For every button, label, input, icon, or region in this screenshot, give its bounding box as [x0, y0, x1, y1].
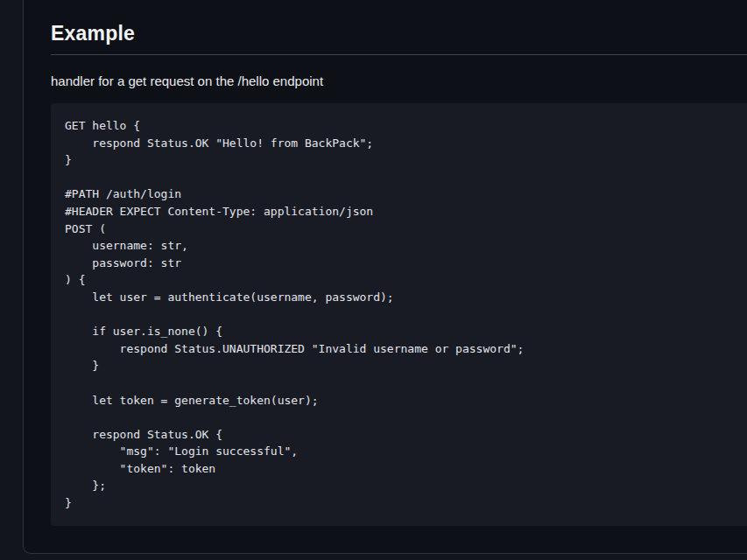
section-title: Example [51, 21, 747, 46]
content-panel: Example handler for a get request on the… [23, 0, 747, 554]
code-block: GET hello { respond Status.OK "Hello! fr… [51, 103, 747, 526]
code-content: GET hello { respond Status.OK "Hello! fr… [65, 117, 736, 512]
page-background: Example handler for a get request on the… [0, 0, 747, 560]
section-description: handler for a get request on the /hello … [51, 72, 747, 90]
code-pre: GET hello { respond Status.OK "Hello! fr… [65, 117, 736, 512]
section-divider [51, 54, 747, 55]
